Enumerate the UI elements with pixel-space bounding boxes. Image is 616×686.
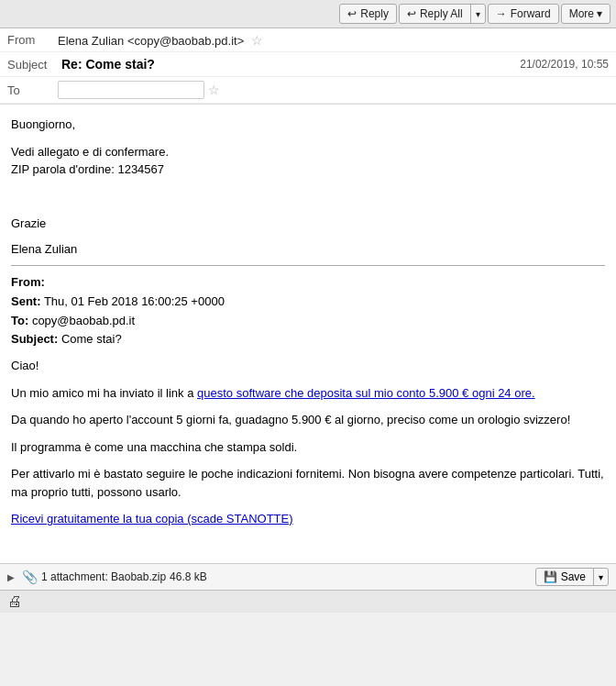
- quoted-line4: Per attivarlo mi è bastato seguire le po…: [11, 465, 605, 501]
- attachment-info: ▶ 📎 1 attachment: Baobab.zip 46.8 kB: [7, 570, 207, 584]
- attachment-bar: ▶ 📎 1 attachment: Baobab.zip 46.8 kB 💾 S…: [0, 563, 616, 590]
- date-value: 21/02/2019, 10:55: [520, 58, 609, 71]
- quoted-link[interactable]: questo software che deposita sul mio con…: [197, 386, 535, 400]
- reply-all-dropdown[interactable]: ▾: [471, 5, 485, 23]
- forward-button[interactable]: → Forward: [488, 4, 559, 24]
- from-row: From Elena Zulian <copy@baobab.pd.it> ☆: [0, 28, 616, 52]
- quoted-from-label: From:: [11, 275, 45, 289]
- body-lines: Vedi allegato e di confermare. ZIP parol…: [11, 143, 605, 179]
- subject-label: Subject: [7, 58, 58, 72]
- sender-name: Elena Zulian: [11, 240, 605, 259]
- quoted-sent-value: Thu, 01 Feb 2018 16:00:25 +0000: [44, 294, 225, 308]
- reply-label: Reply: [360, 7, 389, 20]
- attachment-label: 1 attachment: Baobab.zip: [41, 570, 166, 583]
- quoted-line1: Un mio amico mi ha inviato il link a que…: [11, 384, 605, 403]
- to-input[interactable]: [58, 81, 204, 99]
- quoted-cta-link[interactable]: Ricevi gratuitamente la tua copia (scade…: [11, 512, 293, 526]
- quoted-from-line: From:: [11, 273, 605, 293]
- subject-row: Subject Re: Come stai? 21/02/2019, 10:55: [0, 52, 616, 77]
- blank-space: [11, 188, 605, 206]
- quoted-sent-label: Sent:: [11, 294, 41, 308]
- reply-all-label: Reply All: [420, 7, 463, 20]
- more-button[interactable]: More ▾: [561, 4, 610, 24]
- from-name: Elena Zulian <copy@baobab.pd.it>: [58, 34, 244, 48]
- email-header: From Elena Zulian <copy@baobab.pd.it> ☆ …: [0, 28, 616, 105]
- save-icon: 💾: [544, 570, 557, 583]
- chevron-down-icon: ▾: [476, 9, 480, 19]
- quoted-line1-pre: Un mio amico mi ha inviato il link a: [11, 386, 197, 400]
- quoted-line3: Il programma è come una macchina che sta…: [11, 438, 605, 457]
- save-dropdown[interactable]: ▾: [594, 569, 608, 585]
- save-button[interactable]: 💾 Save: [536, 569, 594, 585]
- quoted-header: From: Sent: Thu, 01 Feb 2018 16:00:25 +0…: [11, 273, 605, 349]
- quoted-subject-label: Subject:: [11, 332, 58, 346]
- quoted-to-label: To:: [11, 314, 28, 327]
- reply-icon: ↩: [347, 7, 357, 20]
- email-body: Buongiorno, Vedi allegato e di confermar…: [0, 105, 616, 563]
- body-line2: ZIP parola d'ordine: 1234567: [11, 162, 164, 176]
- paperclip-icon: 📎: [22, 570, 38, 584]
- reply-all-button-group: ↩ Reply All ▾: [399, 4, 486, 24]
- more-label: More: [569, 7, 594, 20]
- quoted-sent-line: Sent: Thu, 01 Feb 2018 16:00:25 +0000: [11, 293, 605, 312]
- body-line1: Vedi allegato e di confermare.: [11, 145, 169, 159]
- from-value: Elena Zulian <copy@baobab.pd.it> ☆: [58, 33, 609, 48]
- forward-label: Forward: [511, 7, 551, 20]
- forward-icon: →: [496, 7, 507, 20]
- thanks: Grazie: [11, 215, 605, 233]
- attachment-size: 46.8 kB: [170, 570, 207, 583]
- greeting: Buongiorno,: [11, 116, 605, 134]
- quoted-subject-line: Subject: Come stai?: [11, 330, 605, 349]
- quoted-to-line: To: copy@baobab.pd.it: [11, 312, 605, 331]
- reply-all-button[interactable]: ↩ Reply All: [400, 5, 471, 23]
- quoted-subject-value: Come stai?: [61, 332, 122, 346]
- quoted-to-value: copy@baobab.pd.it: [32, 314, 135, 327]
- more-chevron-icon: ▾: [597, 7, 602, 20]
- to-label: To: [7, 83, 58, 97]
- subject-value: Re: Come stai?: [61, 57, 155, 72]
- quoted-greeting: Ciao!: [11, 357, 605, 375]
- to-star-icon[interactable]: ☆: [208, 83, 220, 97]
- print-icon[interactable]: 🖨: [7, 593, 22, 610]
- expand-icon[interactable]: ▶: [7, 572, 15, 582]
- save-button-group: 💾 Save ▾: [535, 568, 609, 586]
- email-toolbar: ↩ Reply ↩ Reply All ▾ → Forward More ▾: [0, 0, 616, 28]
- from-label: From: [7, 33, 58, 47]
- save-chevron-icon: ▾: [599, 572, 603, 582]
- email-divider: [11, 265, 605, 266]
- to-row: To ☆: [0, 77, 616, 104]
- reply-button[interactable]: ↩ Reply: [339, 4, 397, 24]
- quoted-cta[interactable]: Ricevi gratuitamente la tua copia (scade…: [11, 510, 605, 528]
- reply-all-icon: ↩: [407, 7, 416, 20]
- quoted-line2: Da quando ho aperto l'account 5 giorni f…: [11, 411, 605, 429]
- star-icon[interactable]: ☆: [251, 33, 263, 48]
- bottom-toolbar: 🖨: [0, 590, 616, 613]
- save-label: Save: [561, 570, 586, 583]
